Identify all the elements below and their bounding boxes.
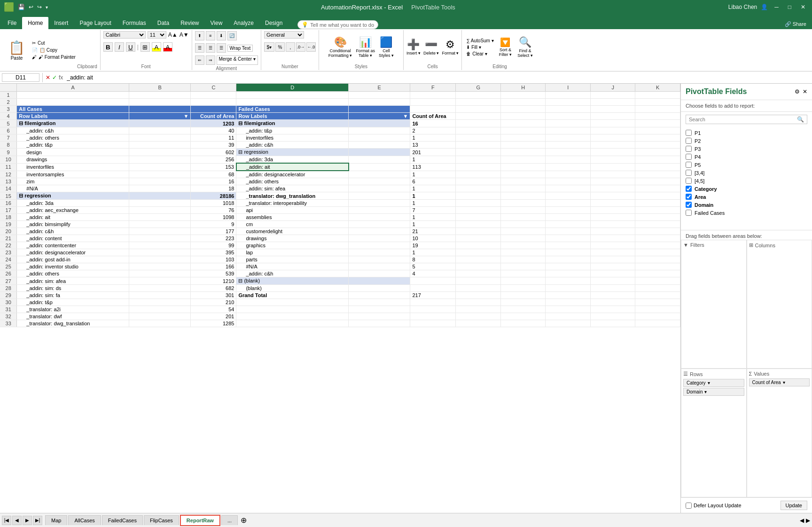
- cell-I1[interactable]: [546, 92, 590, 99]
- cell-C28[interactable]: 682: [191, 285, 236, 292]
- cell-G26[interactable]: [456, 270, 500, 277]
- cell-F28[interactable]: [410, 285, 456, 292]
- cell-A17[interactable]: _addin: aec_exchange: [17, 207, 129, 214]
- cell-B19[interactable]: [129, 221, 191, 228]
- delete-cells-button[interactable]: ➖ Delete ▾: [423, 39, 439, 55]
- cell-A21[interactable]: _addin: content: [17, 235, 129, 242]
- col-header-C[interactable]: C: [191, 84, 236, 92]
- cell-I15[interactable]: [546, 192, 590, 200]
- cell-H12[interactable]: [500, 171, 545, 178]
- cell-J14[interactable]: [590, 185, 635, 192]
- cell-J2[interactable]: [590, 99, 635, 106]
- cell-J19[interactable]: [590, 221, 635, 228]
- cell-A33[interactable]: _translator: dwg_translation: [17, 320, 129, 327]
- cell-G30[interactable]: [456, 299, 500, 306]
- cell-H30[interactable]: [500, 299, 545, 306]
- cell-D24[interactable]: parts: [236, 256, 349, 263]
- col-header-G[interactable]: G: [456, 84, 500, 92]
- cancel-formula-icon[interactable]: ✕: [46, 74, 50, 81]
- cell-I3[interactable]: [546, 106, 590, 113]
- cell-F4[interactable]: Count of Area: [410, 113, 456, 120]
- accounting-format-button[interactable]: $▾: [264, 42, 274, 52]
- cell-J5[interactable]: [590, 120, 635, 127]
- cell-C11[interactable]: 153: [191, 163, 236, 171]
- cell-D27[interactable]: ⊟ (blank): [236, 277, 349, 285]
- cell-F21[interactable]: 10: [410, 235, 456, 242]
- category-dropdown-icon[interactable]: ▾: [708, 380, 710, 385]
- cell-I13[interactable]: [546, 178, 590, 185]
- pivot-settings-icon[interactable]: ⚙: [795, 88, 800, 95]
- pivot-field-checkbox-p5[interactable]: [686, 162, 692, 168]
- sheet-tab-flipcases[interactable]: FlipCases: [144, 515, 179, 525]
- cell-G14[interactable]: [456, 185, 500, 192]
- cell-I29[interactable]: [546, 292, 590, 299]
- italic-button[interactable]: I: [115, 42, 124, 52]
- cell-H25[interactable]: [500, 263, 545, 270]
- cell-B1[interactable]: [129, 92, 191, 99]
- col-header-K[interactable]: K: [635, 84, 680, 92]
- cell-A20[interactable]: _addin: c&h: [17, 228, 129, 235]
- cell-E11[interactable]: [349, 163, 410, 171]
- cell-F30[interactable]: [410, 299, 456, 306]
- cell-K28[interactable]: [635, 285, 680, 292]
- cell-D33[interactable]: [236, 320, 349, 327]
- cell-I30[interactable]: [546, 299, 590, 306]
- cell-H2[interactable]: [500, 99, 545, 106]
- cell-G22[interactable]: [456, 242, 500, 249]
- cell-K6[interactable]: [635, 127, 680, 134]
- cell-H5[interactable]: [500, 120, 545, 127]
- orientation-button[interactable]: 🔄: [227, 31, 237, 40]
- cell-I32[interactable]: [546, 313, 590, 320]
- cell-D25[interactable]: #N/A: [236, 263, 349, 270]
- cell-I33[interactable]: [546, 320, 590, 327]
- cell-K32[interactable]: [635, 313, 680, 320]
- cell-A32[interactable]: _translator: dwf: [17, 313, 129, 320]
- cell-B23[interactable]: [129, 249, 191, 256]
- cell-H6[interactable]: [500, 127, 545, 134]
- cell-B4[interactable]: ▼: [129, 113, 191, 120]
- cell-K8[interactable]: [635, 142, 680, 149]
- cell-F33[interactable]: [410, 320, 456, 327]
- cell-H8[interactable]: [500, 142, 545, 149]
- cell-C26[interactable]: 539: [191, 270, 236, 277]
- cell-H17[interactable]: [500, 207, 545, 214]
- cell-K16[interactable]: [635, 200, 680, 207]
- tell-me-box[interactable]: 💡 Tell me what you want to do: [297, 20, 378, 29]
- cell-D7[interactable]: inventorfiles: [236, 134, 349, 142]
- cell-B25[interactable]: [129, 263, 191, 270]
- cell-A22[interactable]: _addin: contentcenter: [17, 242, 129, 249]
- cell-B11[interactable]: [129, 163, 191, 171]
- cell-G28[interactable]: [456, 285, 500, 292]
- cell-A12[interactable]: inventorsamples: [17, 171, 129, 178]
- font-name-select[interactable]: Calibri: [103, 31, 146, 39]
- cell-D14[interactable]: _addin: sim: afea: [236, 185, 349, 192]
- cell-D15[interactable]: _translator: dwg_translation: [236, 192, 349, 200]
- cell-B12[interactable]: [129, 171, 191, 178]
- paste-button[interactable]: 📋 Paste: [6, 39, 28, 62]
- cell-E33[interactable]: [349, 320, 410, 327]
- cell-B31[interactable]: [129, 306, 191, 313]
- align-right-button[interactable]: ☰: [217, 43, 226, 53]
- cell-J1[interactable]: [590, 92, 635, 99]
- cell-E20[interactable]: [349, 228, 410, 235]
- cell-J3[interactable]: [590, 106, 635, 113]
- cell-C15[interactable]: 28186: [191, 192, 236, 200]
- cell-H1[interactable]: [500, 92, 545, 99]
- cell-H26[interactable]: [500, 270, 545, 277]
- comma-button[interactable]: ,: [286, 42, 295, 52]
- cell-H31[interactable]: [500, 306, 545, 313]
- cell-E27[interactable]: [349, 277, 410, 285]
- cell-J26[interactable]: [590, 270, 635, 277]
- tab-page-layout[interactable]: Page Layout: [74, 17, 117, 29]
- cell-G31[interactable]: [456, 306, 500, 313]
- cell-K7[interactable]: [635, 134, 680, 142]
- cell-J12[interactable]: [590, 171, 635, 178]
- pivot-field-checkbox-p3[interactable]: [686, 146, 692, 152]
- cell-G8[interactable]: [456, 142, 500, 149]
- cell-A18[interactable]: _addin: ait: [17, 214, 129, 221]
- cell-D30[interactable]: [236, 299, 349, 306]
- cell-C17[interactable]: 76: [191, 207, 236, 214]
- cell-G12[interactable]: [456, 171, 500, 178]
- cell-J13[interactable]: [590, 178, 635, 185]
- cell-I5[interactable]: [546, 120, 590, 127]
